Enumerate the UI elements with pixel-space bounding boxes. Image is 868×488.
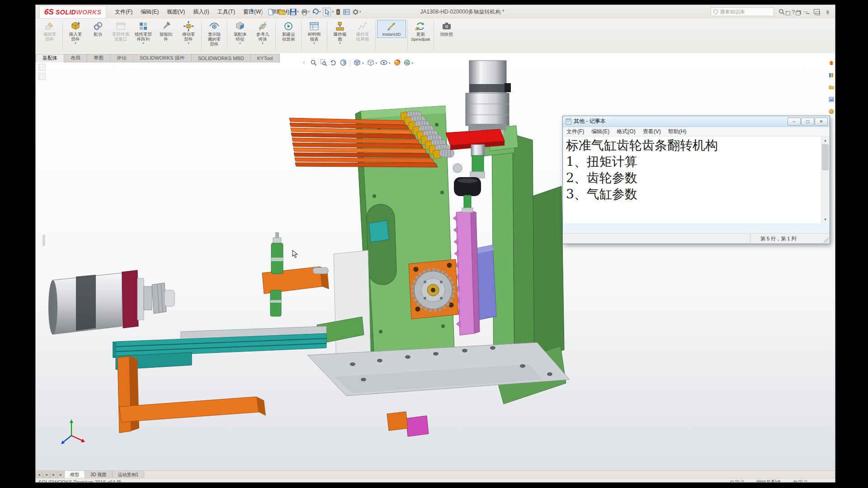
move-component-button[interactable]: 移动零 部件 ▾ (177, 20, 200, 46)
bill-of-materials-button[interactable]: 材料明 细表 ▾ (303, 20, 326, 46)
tab-layout[interactable]: 布局 (64, 54, 87, 62)
notepad-text-area[interactable]: 标准气缸齿轮齿条翻转机构 1、扭矩计算 2、齿轮参数 3、气缸参数 (563, 136, 822, 223)
notepad-close-button[interactable]: ✕ (815, 117, 828, 126)
tab-3d-views[interactable]: 3D 视图 (85, 471, 113, 479)
scroll-up-icon[interactable]: ▲ (821, 136, 829, 144)
smart-fasteners-button[interactable]: 智能扣 件 (155, 20, 177, 43)
notepad-menu-bar: 文件(F) 编辑(E) 格式(O) 查看(V) 帮助(H) (563, 127, 830, 136)
tab-motion-study[interactable]: 运动算例1 (113, 471, 145, 479)
take-snapshot-button[interactable]: 拍快照 (435, 20, 458, 38)
options-list-button[interactable] (343, 8, 350, 16)
notepad-line: 3、气缸参数 (566, 186, 822, 202)
open-caret-icon[interactable]: ▾ (286, 10, 288, 14)
mate-button[interactable]: 配合 (87, 20, 109, 38)
linear-component-pattern-button[interactable]: 线性零部 件阵列 ▾ (132, 20, 155, 46)
hide-show-items-icon[interactable] (380, 59, 387, 68)
component-preview-window-button[interactable]: 零部件预 览窗口 (109, 20, 132, 43)
open-document-button[interactable]: ▾ (278, 8, 288, 16)
panel-splitter-handle[interactable] (42, 235, 45, 246)
tab-evaluate[interactable]: 评估 (110, 54, 133, 62)
feature-tree-icon[interactable] (38, 64, 46, 71)
settings-caret-icon[interactable]: ▾ (359, 10, 361, 14)
tab-model[interactable]: 模型 (65, 471, 85, 479)
section-view-icon[interactable] (340, 59, 347, 68)
resize-grip[interactable] (823, 237, 829, 243)
print-button[interactable]: ▾ (301, 8, 311, 16)
design-library-icon[interactable] (829, 71, 834, 80)
show-hidden-components-button[interactable]: 显示隐 藏的零 部件 (203, 20, 226, 48)
brand-bold: SOLID (56, 9, 76, 16)
undo-caret-icon[interactable]: ▾ (319, 10, 321, 14)
doc-minimize-icon[interactable] (805, 11, 811, 16)
save-caret-icon[interactable]: ▾ (297, 10, 299, 14)
select-tool-button[interactable] (323, 8, 331, 16)
previous-view-icon[interactable] (330, 59, 337, 68)
edit-component-button[interactable]: 编辑零 部件 (38, 20, 61, 43)
doc-cascade-icon[interactable] (795, 11, 801, 16)
reference-geometry-button[interactable]: 参考几 何体 ▾ (251, 20, 274, 46)
resources-home-icon[interactable] (829, 59, 834, 67)
notepad-menu-view[interactable]: 查看(V) (643, 128, 661, 136)
pin-menu-icon[interactable] (248, 8, 255, 15)
assembly-features-button[interactable]: 装配体 特征 ▾ (229, 20, 251, 46)
appearances-icon[interactable] (829, 108, 834, 116)
tab-sketch[interactable]: 草图 (87, 54, 110, 62)
new-caret-icon[interactable]: ▾ (274, 10, 276, 14)
notepad-menu-file[interactable]: 文件(F) (566, 128, 584, 136)
document-window-controls: × (785, 11, 830, 16)
shield-icon (713, 9, 718, 14)
tab-scroll-first-button[interactable]: ◄ (36, 471, 43, 479)
insert-component-button[interactable]: 插入零 部件 ▾ (64, 20, 87, 46)
notepad-scrollbar[interactable]: ▲ ▼ (821, 136, 829, 223)
display-style-icon[interactable] (367, 59, 374, 68)
doc-new-window-icon[interactable] (785, 11, 791, 16)
display-pane-icon[interactable] (38, 73, 46, 80)
menu-file[interactable]: 文件(F) (115, 8, 132, 16)
scrollbar-thumb[interactable] (822, 144, 829, 170)
instant3d-button[interactable]: Instant3D (377, 20, 406, 38)
move-component-icon (183, 21, 194, 32)
notepad-menu-format[interactable]: 格式(O) (617, 128, 635, 136)
settings-gear-button[interactable]: ▾ (352, 8, 362, 16)
select-caret-icon[interactable]: ▾ (332, 10, 334, 14)
apply-scene-icon[interactable] (404, 59, 410, 68)
tab-assembly[interactable]: 装配体 (36, 54, 64, 62)
search-input[interactable]: 搜索知识库 (711, 7, 774, 16)
menu-edit[interactable]: 编辑(E) (141, 8, 159, 16)
tab-sw-addins[interactable]: SOLIDWORKS 插件 (133, 54, 192, 62)
previous-view-faded-icon[interactable] (300, 59, 307, 68)
tab-scroll-left-button[interactable]: ◄ (43, 471, 50, 479)
menu-view[interactable]: 视图(V) (167, 8, 185, 16)
notepad-menu-help[interactable]: 帮助(H) (668, 128, 687, 136)
view-palette-icon[interactable] (829, 96, 834, 104)
edit-appearance-icon[interactable] (394, 59, 401, 68)
tab-scroll-right-button[interactable]: ► (50, 471, 57, 479)
tab-kytool[interactable]: KYTool (251, 54, 280, 62)
doc-close-icon[interactable]: × (825, 11, 830, 16)
tab-sw-mbd[interactable]: SOLIDWORKS MBD (192, 54, 251, 62)
scroll-down-icon[interactable]: ▼ (821, 216, 829, 223)
update-speedpak-button[interactable]: 更新 Speedpak (409, 20, 432, 43)
doc-restore-icon[interactable] (815, 11, 821, 16)
zoom-fit-icon[interactable] (310, 59, 317, 68)
file-explorer-icon[interactable] (829, 84, 834, 92)
save-button[interactable]: ▾ (289, 8, 299, 16)
notepad-minimize-button[interactable]: ─ (788, 117, 801, 126)
new-document-button[interactable]: ▾ (267, 8, 277, 16)
print-caret-icon[interactable]: ▾ (308, 10, 310, 14)
display-colors-button[interactable] (335, 8, 341, 16)
tab-scroll-last-button[interactable]: ► (57, 471, 65, 479)
menu-tools[interactable]: 工具(T) (217, 8, 235, 16)
status-custom[interactable]: 自定义 (793, 479, 808, 483)
explode-line-sketch-button[interactable]: 爆炸直 线草图 (351, 20, 374, 43)
undo-button[interactable]: ▾ (311, 8, 321, 16)
menu-insert[interactable]: 插入(I) (193, 8, 209, 16)
notepad-title-bar[interactable]: 其他 - 记事本 ─ ▢ ✕ (563, 116, 830, 127)
zoom-area-icon[interactable] (320, 59, 327, 68)
notepad-maximize-button[interactable]: ▢ (801, 117, 814, 126)
new-motion-study-button[interactable]: 新建运 动算例 (277, 20, 300, 43)
view-orientation-icon[interactable] (354, 59, 361, 68)
exploded-view-button[interactable]: 爆炸视 图 ▾ (329, 20, 351, 46)
notepad-menu-edit[interactable]: 编辑(E) (591, 128, 609, 136)
notepad-window[interactable]: 其他 - 记事本 ─ ▢ ✕ 文件(F) 编辑(E) 格式(O) 查看(V) 帮… (562, 116, 830, 244)
